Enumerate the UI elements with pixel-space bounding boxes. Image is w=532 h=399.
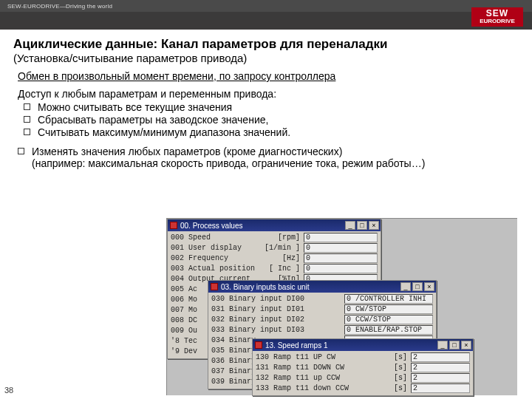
param-field[interactable]: 2	[411, 363, 470, 372]
window-speed-ramps: 13. Speed ramps 1 _ □ × 130 Ramp t11 UP …	[252, 338, 474, 396]
param-field[interactable]: 2	[411, 373, 470, 383]
param-row: 133 Ramp t11 down CCW[s]2	[256, 383, 470, 393]
param-field[interactable]: 0	[304, 264, 378, 273]
topbar-text: SEW-EURODRIVE—Driving the world	[0, 3, 112, 10]
param-unit: [s]	[370, 374, 411, 382]
page-number: 38	[4, 386, 13, 395]
param-field[interactable]: 0 /CONTROLLER INHI	[344, 294, 433, 304]
param-row: 130 Ramp t11 UP CW[s]2	[256, 352, 470, 362]
param-row: 002 Frequency[Hz]0	[171, 253, 378, 263]
param-label: 000 Speed	[171, 233, 263, 242]
bullet-item-2: Изменять значения любых параметров (кром…	[18, 146, 519, 169]
brand-logo: SEW EURODRIVE	[471, 7, 523, 27]
maximize-button[interactable]: □	[449, 341, 460, 349]
param-row: 032 Binary input DI020 CCW/STOP	[211, 315, 433, 324]
slide-title: Ациклические данные: Канал параметров дл…	[13, 37, 519, 52]
param-field[interactable]: 2	[411, 352, 470, 362]
lead-text: Доступ к любым параметрам и переменным п…	[18, 88, 519, 100]
checkbox-icon	[24, 116, 30, 123]
app-icon	[255, 341, 262, 349]
param-row: 030 Binary input DI000 /CONTROLLER INHI	[211, 294, 433, 304]
param-unit: [ Inc ]	[263, 265, 304, 273]
close-button[interactable]: ×	[369, 221, 379, 230]
checkbox-icon	[18, 148, 24, 154]
app-icon	[211, 283, 218, 290]
param-row: 003 Actual position[ Inc ]0	[171, 264, 378, 273]
param-field[interactable]: 0 ENABLE/RAP.STOP	[344, 325, 433, 335]
bullet-item: Сбрасывать параметры на заводское значен…	[24, 114, 519, 126]
param-unit: [s]	[370, 384, 411, 392]
param-field[interactable]: 0	[304, 253, 378, 263]
param-label: 002 Frequency	[171, 254, 263, 262]
param-field[interactable]: 0 CW/STOP	[344, 304, 433, 314]
param-label: 031 Binary input DI01	[211, 305, 344, 313]
param-unit: [s]	[370, 353, 411, 361]
titlebar[interactable]: 00. Process values _ □ ×	[168, 219, 381, 231]
maximize-button[interactable]: □	[412, 282, 423, 291]
window-title: 13. Speed ramps 1	[265, 341, 437, 349]
minimize-button[interactable]: _	[345, 221, 355, 230]
close-button[interactable]: ×	[424, 282, 434, 291]
param-label: 030 Binary input DI00	[211, 295, 344, 303]
param-label: 032 Binary input DI02	[211, 316, 344, 324]
window-title: 03. Binary inputs basic unit	[221, 283, 400, 291]
window-title: 00. Process values	[180, 222, 345, 230]
param-row: 033 Binary input DI030 ENABLE/RAP.STOP	[211, 325, 433, 335]
header-bar	[0, 12, 532, 30]
topbar: SEW-EURODRIVE—Driving the world	[0, 0, 532, 12]
param-label: 133 Ramp t11 down CCW	[256, 384, 370, 392]
minimize-button[interactable]: _	[437, 341, 448, 349]
param-row: 132 Ramp t11 up CCW[s]2	[256, 373, 470, 383]
param-label: 132 Ramp t11 up CCW	[256, 374, 370, 382]
param-label: 003 Actual position	[171, 265, 263, 273]
slide-content: Ациклические данные: Канал параметров дл…	[0, 30, 532, 169]
titlebar[interactable]: 13. Speed ramps 1 _ □ ×	[253, 339, 473, 351]
minimize-button[interactable]: _	[400, 282, 411, 291]
windows-area: 00. Process values _ □ × 000 Speed[rpm]0…	[166, 218, 517, 395]
param-row: 031 Binary input DI010 CW/STOP	[211, 304, 433, 314]
param-field[interactable]: 2	[411, 383, 470, 393]
param-label: 001 User display	[171, 244, 263, 252]
param-field[interactable]: 0 CCW/STOP	[344, 315, 433, 324]
param-row: 131 Ramp t11 DOWN CW[s]2	[256, 363, 470, 372]
app-icon	[170, 222, 177, 229]
slide-subtitle: (Установка/считывание параметров привода…	[13, 52, 519, 64]
bullet-item: Можно считывать все текущие значения	[24, 101, 519, 113]
titlebar[interactable]: 03. Binary inputs basic unit _ □ ×	[208, 281, 436, 293]
param-unit: [rpm]	[263, 233, 304, 242]
bullet-item: Считывать максимум/минимум диапазона зна…	[24, 126, 519, 138]
param-unit: [1/min ]	[263, 244, 304, 252]
param-unit: [Hz]	[263, 254, 304, 262]
param-label: 033 Binary input DI03	[211, 326, 344, 334]
param-label: 130 Ramp t11 UP CW	[256, 353, 370, 361]
underline-text: Обмен в произвольный момент времени, по …	[18, 70, 519, 82]
param-row: 001 User display[1/min ]0	[171, 243, 378, 253]
checkbox-icon	[24, 129, 30, 135]
param-row: 000 Speed[rpm]0	[171, 233, 378, 242]
bullet-list: Можно считывать все текущие значения Сбр…	[24, 101, 519, 138]
param-field[interactable]: 0	[304, 243, 378, 253]
param-field[interactable]: 0	[304, 233, 378, 242]
param-unit: [s]	[370, 364, 411, 372]
checkbox-icon	[24, 103, 30, 110]
param-label: 131 Ramp t11 DOWN CW	[256, 364, 370, 372]
close-button[interactable]: ×	[461, 341, 471, 349]
maximize-button[interactable]: □	[357, 221, 367, 230]
